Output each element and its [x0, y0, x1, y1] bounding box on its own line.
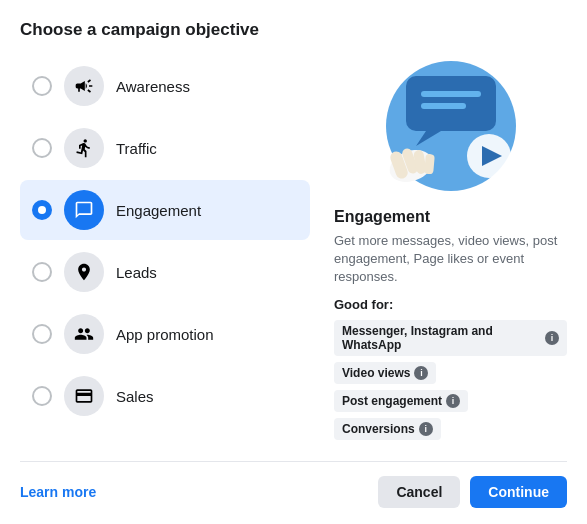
- objective-item-leads[interactable]: Leads: [20, 242, 310, 302]
- icon-engagement: [64, 190, 104, 230]
- info-icon-post-engagement[interactable]: i: [446, 394, 460, 408]
- tag-video-views: Video viewsi: [334, 362, 436, 384]
- radio-sales: [32, 386, 52, 406]
- tags-container: Messenger, Instagram and WhatsAppiVideo …: [334, 320, 567, 446]
- dialog-footer: Learn more Cancel Continue: [20, 461, 567, 524]
- icon-traffic: [64, 128, 104, 168]
- objective-label-traffic: Traffic: [116, 140, 157, 157]
- objective-item-traffic[interactable]: Traffic: [20, 118, 310, 178]
- icon-sales: [64, 376, 104, 416]
- objective-item-sales[interactable]: Sales: [20, 366, 310, 426]
- dialog-title: Choose a campaign objective: [20, 20, 567, 40]
- good-for-label: Good for:: [334, 297, 567, 312]
- tag-conversions: Conversionsi: [334, 418, 441, 440]
- objective-detail-description: Get more messages, video views, post eng…: [334, 232, 567, 287]
- objective-detail: Engagement Get more messages, video view…: [326, 56, 567, 449]
- objectives-list: AwarenessTrafficEngagementLeadsApp promo…: [20, 56, 310, 449]
- info-icon-video-views[interactable]: i: [414, 366, 428, 380]
- footer-buttons: Cancel Continue: [378, 476, 567, 508]
- radio-engagement: [32, 200, 52, 220]
- svg-rect-3: [421, 91, 481, 97]
- svg-rect-4: [421, 103, 466, 109]
- tag-post-engagement: Post engagementi: [334, 390, 468, 412]
- svg-rect-9: [424, 154, 435, 175]
- info-icon-conversions[interactable]: i: [419, 422, 433, 436]
- icon-leads: [64, 252, 104, 292]
- tag-messenger-instagram-and-whatsapp: Messenger, Instagram and WhatsAppi: [334, 320, 567, 356]
- objective-item-app-promotion[interactable]: App promotion: [20, 304, 310, 364]
- radio-awareness: [32, 76, 52, 96]
- continue-button[interactable]: Continue: [470, 476, 567, 508]
- objective-label-engagement: Engagement: [116, 202, 201, 219]
- radio-app-promotion: [32, 324, 52, 344]
- radio-leads: [32, 262, 52, 282]
- objective-label-sales: Sales: [116, 388, 154, 405]
- objective-item-awareness[interactable]: Awareness: [20, 56, 310, 116]
- icon-app-promotion: [64, 314, 104, 354]
- objective-label-awareness: Awareness: [116, 78, 190, 95]
- radio-traffic: [32, 138, 52, 158]
- objective-label-app-promotion: App promotion: [116, 326, 214, 343]
- objective-label-leads: Leads: [116, 264, 157, 281]
- learn-more-link[interactable]: Learn more: [20, 484, 96, 500]
- objective-item-engagement[interactable]: Engagement: [20, 180, 310, 240]
- cancel-button[interactable]: Cancel: [378, 476, 460, 508]
- icon-awareness: [64, 66, 104, 106]
- engagement-illustration: [371, 56, 531, 196]
- campaign-objective-dialog: Choose a campaign objective AwarenessTra…: [0, 0, 587, 524]
- objective-detail-title: Engagement: [334, 208, 567, 226]
- info-icon-messenger-instagram-and-whatsapp[interactable]: i: [545, 331, 559, 345]
- dialog-body: AwarenessTrafficEngagementLeadsApp promo…: [20, 56, 567, 449]
